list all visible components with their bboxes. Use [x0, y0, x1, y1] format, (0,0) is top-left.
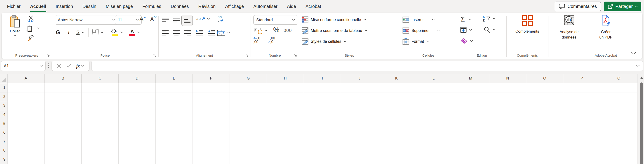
- grid-cell[interactable]: [526, 155, 563, 164]
- grid-cell[interactable]: [193, 155, 230, 164]
- name-box[interactable]: A1: [1, 61, 46, 71]
- find-select-button[interactable]: [484, 27, 496, 33]
- grid-cell[interactable]: [8, 93, 44, 102]
- grid-cell[interactable]: [563, 93, 600, 102]
- align-bottom-button[interactable]: [183, 18, 191, 23]
- grid-cell[interactable]: [489, 93, 526, 102]
- addins-button[interactable]: Compléments: [506, 15, 548, 34]
- grid-cell[interactable]: [452, 101, 489, 110]
- number-format-select[interactable]: Standard: [253, 15, 298, 25]
- tab-acrobat[interactable]: Acrobat: [301, 0, 326, 13]
- clipboard-dialog-launcher[interactable]: [46, 53, 50, 57]
- grid-cell[interactable]: [341, 83, 378, 93]
- column-header-D[interactable]: D: [119, 74, 156, 83]
- grid-cell[interactable]: [563, 101, 600, 110]
- share-button[interactable]: Partager: [604, 2, 641, 11]
- grid-cell[interactable]: [304, 137, 341, 146]
- grid-cell[interactable]: [415, 137, 452, 146]
- scrollbar-thumb[interactable]: [640, 83, 643, 164]
- grid-cell[interactable]: [563, 137, 600, 146]
- comments-button[interactable]: Commentaires: [555, 2, 601, 11]
- grid-cell[interactable]: [230, 146, 267, 155]
- grid-cell[interactable]: [8, 128, 44, 137]
- grid-cell[interactable]: [489, 146, 526, 155]
- grid-cell[interactable]: [378, 137, 415, 146]
- grid-cell[interactable]: [600, 128, 638, 137]
- grid-cell[interactable]: [600, 101, 638, 110]
- decrease-indent-button[interactable]: [196, 30, 203, 36]
- tab-accueil[interactable]: Accueil: [25, 0, 51, 13]
- grid-cell[interactable]: [304, 101, 341, 110]
- grid-cell[interactable]: [119, 128, 156, 137]
- conditional-formatting-button[interactable]: Mise en forme conditionnelle: [302, 15, 366, 24]
- tab-revision[interactable]: Révision: [194, 0, 220, 13]
- align-left-button[interactable]: [162, 30, 169, 36]
- grid-cell[interactable]: [82, 146, 119, 155]
- comma-style-button[interactable]: 000: [284, 28, 292, 33]
- grid-cell[interactable]: [600, 110, 638, 119]
- vertical-scrollbar[interactable]: [640, 75, 644, 164]
- borders-button[interactable]: [92, 29, 104, 35]
- grid-cell[interactable]: [119, 146, 156, 155]
- grid-cell[interactable]: [378, 155, 415, 164]
- grid-cell[interactable]: [8, 137, 44, 146]
- grid-cell[interactable]: [415, 110, 452, 119]
- grid-cell[interactable]: [44, 83, 82, 93]
- grid-cell[interactable]: [563, 146, 600, 155]
- collapse-ribbon-button[interactable]: [630, 51, 637, 56]
- grid-cell[interactable]: [193, 101, 230, 110]
- grid-cell[interactable]: [8, 119, 44, 128]
- column-header-A[interactable]: A: [8, 74, 44, 83]
- align-right-button[interactable]: [184, 30, 192, 36]
- tab-donnees[interactable]: Données: [166, 0, 194, 13]
- cell-styles-button[interactable]: Styles de cellules: [302, 37, 346, 46]
- grid-cell[interactable]: [378, 110, 415, 119]
- grid-cell[interactable]: [230, 128, 267, 137]
- grid-cell[interactable]: [452, 128, 489, 137]
- grid-cell[interactable]: [230, 137, 267, 146]
- insert-cells-button[interactable]: Insérer: [402, 15, 435, 24]
- copy-button[interactable]: [26, 25, 40, 32]
- sort-filter-button[interactable]: A Z: [482, 15, 496, 22]
- grid-cell[interactable]: [119, 137, 156, 146]
- tab-fichier[interactable]: Fichier: [2, 0, 25, 13]
- analyze-data-button[interactable]: Analyse de données: [548, 15, 590, 40]
- grid-cell[interactable]: [415, 119, 452, 128]
- grid-cell[interactable]: [526, 83, 563, 93]
- grid-cell[interactable]: [156, 146, 193, 155]
- increase-indent-button[interactable]: [207, 30, 215, 36]
- grid-cell[interactable]: [304, 155, 341, 164]
- column-header-M[interactable]: M: [452, 74, 489, 83]
- grid-cell[interactable]: [563, 83, 600, 93]
- grid-cell[interactable]: [230, 83, 267, 93]
- grid-cell[interactable]: [44, 128, 82, 137]
- grid-cell[interactable]: [156, 93, 193, 102]
- grid-cell[interactable]: [526, 137, 563, 146]
- grid-cell[interactable]: [82, 83, 119, 93]
- grid-cell[interactable]: [600, 83, 638, 93]
- grid-cell[interactable]: [489, 83, 526, 93]
- grid-cell[interactable]: [563, 110, 600, 119]
- row-header-2[interactable]: 2: [0, 93, 7, 102]
- column-header-B[interactable]: B: [44, 74, 82, 83]
- grid-cell[interactable]: [267, 83, 304, 93]
- grid-cell[interactable]: [600, 155, 638, 164]
- insert-function-button[interactable]: fx: [76, 63, 84, 69]
- grid-cell[interactable]: [378, 119, 415, 128]
- row-header-8[interactable]: 8: [0, 146, 7, 155]
- grid-cell[interactable]: [8, 83, 44, 93]
- row-header-1[interactable]: 1: [0, 83, 7, 93]
- grid-cell[interactable]: [304, 83, 341, 93]
- grid-cell[interactable]: [193, 137, 230, 146]
- grid-cell[interactable]: [378, 128, 415, 137]
- increase-decimal-button[interactable]: ,0 ,00: [253, 36, 260, 44]
- tab-automatiser[interactable]: Automatiser: [248, 0, 282, 13]
- grid-cell[interactable]: [267, 101, 304, 110]
- grid-cell[interactable]: [563, 128, 600, 137]
- create-pdf-button[interactable]: Créer un PDF: [590, 15, 622, 40]
- grid-cell[interactable]: [526, 128, 563, 137]
- grid-cell[interactable]: [82, 137, 119, 146]
- grid-cell[interactable]: [378, 146, 415, 155]
- bold-button[interactable]: G: [56, 29, 60, 36]
- grid-cell[interactable]: [82, 93, 119, 102]
